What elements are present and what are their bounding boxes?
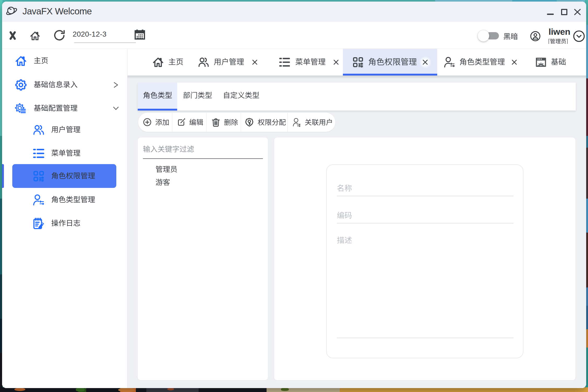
tab-user-mgmt-label[interactable]: 用户管理 bbox=[214, 58, 244, 67]
role-grid-icon bbox=[32, 169, 45, 183]
minimize-button[interactable] bbox=[547, 14, 554, 15]
sidebar-item-menu-mgmt-label: 菜单管理 bbox=[51, 149, 80, 157]
tab-basic-icon[interactable] bbox=[534, 56, 547, 69]
tab-role-type-icon[interactable] bbox=[443, 56, 456, 69]
sidebar-item-role-permission-mgmt-label: 角色权限管理 bbox=[51, 172, 95, 179]
sidebar-item-operation-log[interactable]: 操作日志 bbox=[2, 212, 127, 235]
role-list-item-guest[interactable]: 游客 bbox=[155, 178, 170, 187]
tab-role-permission-label[interactable]: 角色权限管理 bbox=[368, 58, 417, 67]
tab-basic-label[interactable]: 基础 bbox=[551, 58, 566, 67]
tab-menu-mgmt-close-icon[interactable] bbox=[333, 59, 339, 66]
active-subtab-underline bbox=[138, 109, 177, 111]
subtab-role-type[interactable]: 角色类型 bbox=[143, 91, 172, 100]
role-list-item-admin[interactable]: 管理员 bbox=[155, 165, 177, 174]
toggle-knob[interactable] bbox=[478, 30, 489, 42]
assign-permission-button[interactable]: 权限分配 bbox=[241, 113, 288, 132]
exit-icon-button[interactable] bbox=[9, 31, 17, 40]
tab-menu-mgmt-label[interactable]: 菜单管理 bbox=[295, 58, 326, 67]
sidebar-item-role-permission-mgmt[interactable]: 角色权限管理 bbox=[2, 164, 127, 188]
tab-user-mgmt-label-glyphs: 用户管理 bbox=[214, 58, 244, 66]
sidebar-item-label: 主页 bbox=[34, 57, 48, 65]
tab-home[interactable] bbox=[152, 56, 165, 69]
user-role: [管理员] bbox=[548, 38, 574, 45]
user-role-text: [管理员] bbox=[548, 38, 568, 44]
dark-mode-toggle[interactable] bbox=[486, 32, 499, 39]
edit-button[interactable]: 编辑 bbox=[172, 113, 207, 132]
delete-button[interactable]: 删除 bbox=[206, 113, 241, 132]
filter-input-underline bbox=[143, 158, 263, 159]
tab-role-permission-icon[interactable] bbox=[351, 56, 365, 69]
dark-mode-label: 黑暗 bbox=[503, 33, 518, 41]
sidebar-item-user-mgmt[interactable]: 用户管理 bbox=[2, 118, 127, 142]
role-detail-panel: 名称 编码 描述 bbox=[274, 137, 575, 380]
tab-user-mgmt-icon[interactable] bbox=[197, 56, 210, 69]
menu-list-icon bbox=[32, 147, 45, 160]
tab-role-permission-label-glyphs: 角色权限管理 bbox=[368, 58, 417, 66]
trash-icon bbox=[211, 117, 221, 127]
toolbar: 2020-12-3 黑暗 liwen [管理员] bbox=[2, 22, 586, 49]
sidebar-item-role-type-mgmt[interactable]: 角色类型管理 bbox=[2, 188, 127, 212]
subtab-custom-type-label: 自定义类型 bbox=[223, 91, 260, 99]
home-icon bbox=[14, 54, 28, 68]
tab-basic-label-glyphs: 基础 bbox=[551, 58, 566, 66]
subtab-bar: 角色类型 部门类型 自定义类型 bbox=[138, 83, 576, 111]
add-button-label: 添加 bbox=[155, 119, 169, 126]
sidebar-item-basic-config-mgmt[interactable]: 基础配置管理 bbox=[2, 97, 127, 120]
sidebar-item-label: 角色权限管理 bbox=[51, 172, 95, 180]
calendar-icon-button[interactable] bbox=[134, 29, 145, 40]
user-menu-chevron-button[interactable] bbox=[573, 30, 585, 43]
refresh-icon-button[interactable] bbox=[53, 30, 65, 41]
filter-input[interactable]: 输入关键字过滤 bbox=[143, 145, 194, 154]
tab-role-type-label[interactable]: 角色类型管理 bbox=[459, 58, 505, 67]
code-field-placeholder: 编码 bbox=[337, 211, 352, 219]
link-user-button[interactable]: 关联用户 bbox=[287, 113, 335, 132]
gear-list-icon bbox=[15, 103, 27, 114]
user-avatar-icon[interactable] bbox=[530, 31, 541, 42]
tab-menu-mgmt-icon[interactable] bbox=[278, 56, 291, 69]
maximize-button[interactable] bbox=[561, 9, 567, 15]
tab-role-permission-close-icon[interactable] bbox=[422, 59, 429, 66]
tab-home-label[interactable]: 主页 bbox=[168, 58, 183, 67]
field-placeholder: 描述 bbox=[337, 236, 352, 245]
sidebar-item-basic-info-entry-label: 基础信息录入 bbox=[34, 81, 78, 88]
role-list-panel: 输入关键字过滤 管理员 游客 bbox=[138, 137, 268, 380]
subtab-department-type[interactable]: 部门类型 bbox=[183, 91, 212, 100]
edit-button-label: 编辑 bbox=[189, 119, 203, 126]
close-button[interactable] bbox=[574, 9, 581, 15]
app-logo-icon bbox=[5, 6, 18, 18]
action-button-bar: 添加 编辑 删除 权限分配 关联用户 bbox=[138, 112, 336, 132]
role-list-item-guest-label: 游客 bbox=[155, 178, 170, 186]
role-form: 名称 编码 描述 bbox=[326, 164, 523, 358]
date-field-underline bbox=[74, 43, 136, 43]
tab-role-type-close-icon[interactable] bbox=[511, 59, 518, 66]
home-icon-button[interactable] bbox=[29, 30, 41, 42]
subtab-custom-type[interactable]: 自定义类型 bbox=[223, 91, 260, 100]
role-list-item-admin-label: 管理员 bbox=[155, 165, 177, 173]
date-field[interactable]: 2020-12-3 bbox=[72, 28, 136, 43]
sidebar-item-label: 角色类型管理 bbox=[51, 196, 95, 204]
tab-role-type-label-glyphs: 角色类型管理 bbox=[459, 58, 505, 66]
chevron-down-icon bbox=[113, 105, 119, 112]
person-swap-icon bbox=[32, 193, 45, 207]
notepad-pencil-icon bbox=[32, 217, 45, 230]
tab-user-mgmt-close-icon[interactable] bbox=[252, 59, 258, 66]
app-window: JavaFX Welcome 2020-12-3 黑暗 liwen [管理员] … bbox=[2, 2, 586, 388]
gear-icon bbox=[14, 78, 28, 92]
description-field-underline bbox=[337, 338, 514, 338]
titlebar[interactable]: JavaFX Welcome bbox=[2, 2, 586, 22]
sidebar-item-menu-mgmt[interactable]: 菜单管理 bbox=[2, 142, 127, 165]
sidebar-item-home[interactable]: 主页 bbox=[2, 49, 127, 73]
plus-circle-icon bbox=[142, 117, 152, 127]
description-field-placeholder: 描述 bbox=[337, 236, 352, 244]
add-button[interactable]: 添加 bbox=[138, 113, 172, 132]
edit-square-icon bbox=[177, 118, 186, 127]
sidebar-item-role-type-mgmt-label: 角色类型管理 bbox=[51, 196, 95, 203]
sidebar-item-operation-log-label: 操作日志 bbox=[51, 219, 80, 227]
date-value[interactable]: 2020-12-3 bbox=[73, 30, 106, 38]
shield-key-icon bbox=[244, 117, 255, 128]
users-icon bbox=[32, 123, 45, 137]
sidebar-item-basic-info-entry[interactable]: 基础信息录入 bbox=[2, 73, 127, 97]
user-info[interactable]: liwen [管理员] bbox=[549, 26, 574, 45]
link-user-button-label: 关联用户 bbox=[305, 119, 333, 126]
window-title: JavaFX Welcome bbox=[22, 6, 92, 16]
